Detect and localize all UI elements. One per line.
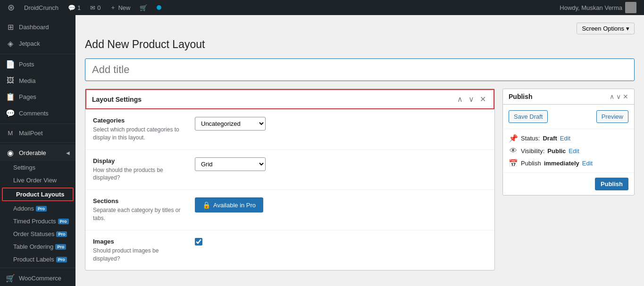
available-in-pro-button[interactable]: 🔒 Available in Pro: [195, 197, 263, 212]
sections-row: Sections Separate each category by title…: [85, 190, 494, 230]
publish-header-controls: ∧ ∨ ✕: [610, 93, 628, 100]
publish-time-icon: 📅: [509, 159, 518, 168]
sidebar-sub-settings[interactable]: Settings: [0, 161, 75, 174]
wp-icon: ⊛: [8, 2, 15, 13]
main-content: Screen Options ▾ Add New Product Layout …: [75, 15, 644, 286]
available-pro-label: Available in Pro: [213, 202, 256, 209]
addons-pro-badge: Pro: [36, 206, 47, 212]
publish-footer: Publish: [503, 173, 634, 195]
sidebar-sep-1: [0, 54, 75, 54]
sidebar-item-media-label: Media: [19, 77, 35, 84]
sidebar-sub-timed-products[interactable]: Timed Products Pro: [0, 215, 75, 228]
categories-control: Uncategorized: [195, 117, 487, 131]
sidebar-sub-table-ordering[interactable]: Table Ordering Pro: [0, 240, 75, 253]
layout-settings-title: Layout Settings: [92, 96, 455, 103]
categories-label: Categories: [93, 117, 187, 124]
content-columns: Layout Settings ∧ ∨ ✕ Categories Sel: [85, 89, 635, 278]
images-desc: Should product images be displayed?: [93, 247, 187, 263]
status-value: Draft: [543, 135, 557, 142]
sidebar-item-dashboard[interactable]: ⊞ Dashboard: [0, 19, 75, 35]
publish-label-text: Publish: [521, 160, 541, 167]
sections-desc: Separate each category by titles or tabs…: [93, 206, 187, 222]
content-sidebar: Publish ∧ ∨ ✕ Save Draft Preview 📌: [502, 89, 635, 196]
sidebar-item-comments-label: Comments: [19, 110, 49, 117]
orderable-collapse-arrow: ◀: [66, 150, 70, 155]
layout-settings-body: Categories Select which product categori…: [85, 109, 494, 270]
howdy-section[interactable]: Howdy, Muskan Verma: [556, 2, 640, 13]
publish-time-edit-link[interactable]: Edit: [582, 160, 593, 167]
sidebar-item-comments[interactable]: 💬 Comments: [0, 105, 75, 122]
publish-collapse-down[interactable]: ∨: [616, 93, 621, 100]
pages-icon: 📋: [6, 92, 15, 101]
visibility-row: 👁 Visibility: Public Edit: [509, 147, 628, 155]
sidebar-sub-product-labels[interactable]: Product Labels Pro: [0, 253, 75, 266]
display-row: Display How should the products be displ…: [85, 150, 494, 190]
sidebar-item-pages-label: Pages: [19, 93, 36, 100]
comment-icon: 💬: [68, 4, 75, 11]
sidebar-item-woocommerce[interactable]: 🛒 WooCommerce: [0, 270, 75, 286]
posts-icon: 📄: [6, 60, 15, 69]
publish-close-btn[interactable]: ✕: [623, 93, 628, 100]
wp-logo[interactable]: ⊛: [4, 0, 18, 15]
sidebar-item-dashboard-label: Dashboard: [19, 24, 49, 31]
status-label: Status:: [521, 135, 540, 142]
categories-select[interactable]: Uncategorized: [195, 117, 266, 131]
publish-collapse-up[interactable]: ∧: [610, 93, 614, 100]
sections-control: 🔒 Available in Pro: [195, 197, 487, 212]
comments-count[interactable]: 💬 1: [64, 0, 84, 15]
site-name[interactable]: DroidCrunch: [20, 0, 62, 15]
screen-options-label: Screen Options: [582, 25, 624, 32]
sidebar-sub-addons[interactable]: Addons Pro: [0, 202, 75, 215]
new-button[interactable]: ＋ New: [106, 0, 134, 15]
content-main: Layout Settings ∧ ∨ ✕ Categories Sel: [85, 89, 495, 278]
sidebar-sub-order-statuses[interactable]: Order Statuses Pro: [0, 228, 75, 240]
sidebar-item-media[interactable]: 🖼 Media: [0, 73, 75, 89]
display-label-col: Display How should the products be displ…: [93, 157, 187, 182]
messages-count[interactable]: ✉ 0: [86, 0, 104, 15]
publish-title: Publish: [509, 93, 610, 100]
sidebar-item-posts[interactable]: 📄 Posts: [0, 56, 75, 73]
user-avatar: [625, 2, 636, 13]
sidebar-item-orderable-label: Orderable: [19, 149, 46, 156]
publish-metabox: Publish ∧ ∨ ✕ Save Draft Preview 📌: [502, 89, 635, 196]
display-select[interactable]: Grid List: [195, 157, 266, 171]
save-draft-button[interactable]: Save Draft: [509, 110, 548, 123]
woocommerce-icon: 🛒: [6, 274, 15, 283]
sidebar-item-mailpoet[interactable]: M MailPoet: [0, 126, 75, 140]
sidebar-sub-product-layouts[interactable]: Product Layouts: [2, 188, 74, 201]
metabox-collapse-up[interactable]: ∧: [455, 94, 465, 105]
product-labels-pro-badge: Pro: [56, 257, 67, 262]
status-edit-link[interactable]: Edit: [560, 135, 570, 142]
metabox-close[interactable]: ✕: [478, 94, 488, 105]
publish-button[interactable]: Publish: [595, 178, 628, 190]
order-statuses-pro-badge: Pro: [56, 231, 67, 237]
notification-dot[interactable]: [153, 0, 165, 15]
post-title-input[interactable]: [85, 58, 635, 81]
sidebar-sep-3: [0, 142, 75, 143]
sidebar-item-jetpack[interactable]: ◈ Jetpack: [0, 35, 75, 52]
screen-options-bar: Screen Options ▾: [85, 23, 635, 34]
timed-products-pro-badge: Pro: [58, 219, 69, 224]
preview-button[interactable]: Preview: [596, 110, 628, 123]
visibility-edit-link[interactable]: Edit: [569, 147, 579, 155]
woo-icon-bar[interactable]: 🛒: [136, 0, 151, 15]
comments-number: 1: [77, 4, 81, 11]
sidebar-item-mailpoet-label: MailPoet: [19, 130, 43, 137]
screen-options-button[interactable]: Screen Options ▾: [577, 23, 635, 34]
display-label: Display: [93, 157, 187, 164]
images-checkbox[interactable]: [195, 238, 202, 245]
categories-label-col: Categories Select which product categori…: [93, 117, 187, 142]
sidebar-sub-live-order-view[interactable]: Live Order View: [0, 174, 75, 187]
display-desc: How should the products be displayed?: [93, 166, 187, 182]
sidebar-item-jetpack-label: Jetpack: [19, 40, 40, 47]
images-label-col: Images Should product images be displaye…: [93, 238, 187, 263]
lock-icon: 🔒: [202, 201, 210, 209]
metabox-collapse-down[interactable]: ∨: [467, 94, 476, 105]
publish-header: Publish ∧ ∨ ✕: [503, 89, 634, 105]
sidebar-item-orderable[interactable]: ◉ Orderable ◀: [0, 145, 75, 161]
sidebar-item-pages[interactable]: 📋 Pages: [0, 89, 75, 105]
sections-label: Sections: [93, 197, 187, 204]
publish-actions-top: Save Draft Preview: [503, 105, 634, 129]
status-row: 📌 Status: Draft Edit: [509, 134, 628, 143]
categories-desc: Select which product categories to displ…: [93, 126, 187, 142]
